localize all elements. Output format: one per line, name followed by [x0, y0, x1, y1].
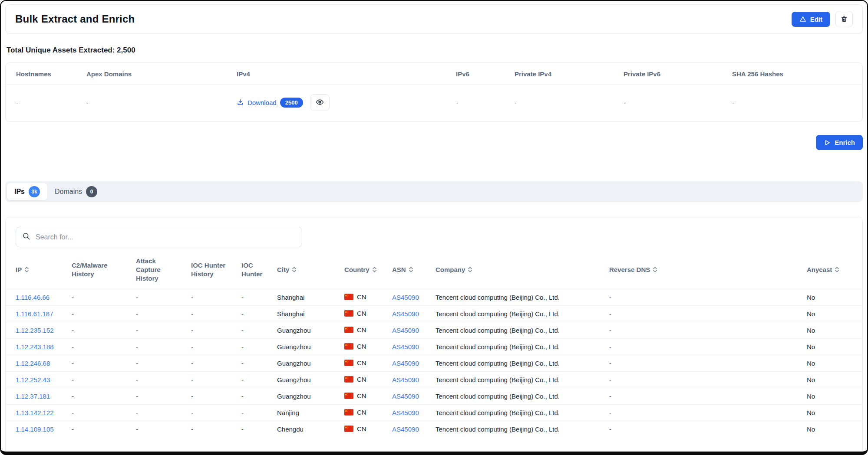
column-header-ipv4: IPv4	[237, 63, 456, 85]
anycast-cell: No	[807, 338, 862, 355]
column-header-asn[interactable]: ASN	[392, 250, 436, 289]
cn-flag-icon	[344, 327, 353, 333]
asn-link[interactable]: AS45090	[392, 327, 419, 334]
country-cell: CN	[344, 392, 366, 399]
asn-link[interactable]: AS45090	[392, 426, 419, 433]
asn-link[interactable]: AS45090	[392, 409, 419, 416]
table-row: 1.12.246.68 - - - - Guangzhou CN AS45090…	[6, 355, 862, 371]
country-code: CN	[357, 425, 366, 432]
ip-link[interactable]: 1.12.37.181	[16, 393, 50, 400]
asn-link[interactable]: AS45090	[392, 360, 419, 367]
asn-link[interactable]: AS45090	[392, 294, 419, 301]
cn-flag-icon	[344, 376, 353, 383]
ioc-hunter-history-cell: -	[191, 388, 241, 404]
reverse-dns-cell: -	[609, 355, 807, 371]
ipv6-value: -	[456, 85, 515, 122]
company-cell: Tencent cloud computing (Beijing) Co., L…	[436, 305, 609, 322]
anycast-cell: No	[807, 305, 862, 322]
ioc-hunter-history-cell: -	[191, 322, 241, 338]
ip-results-card: IPC2/Malware HistoryAttack Capture Histo…	[5, 217, 863, 455]
tab-domains[interactable]: Domains 0	[47, 183, 105, 200]
ioc-hunter-cell: -	[241, 322, 277, 338]
reverse-dns-cell: -	[609, 371, 807, 388]
asset-summary-header-row: Hostnames Apex Domains IPv4 IPv6 Private…	[6, 63, 862, 85]
attack-capture-history-cell: -	[136, 421, 191, 437]
anycast-cell: No	[807, 421, 862, 437]
city-cell: Nanjing	[277, 404, 344, 421]
download-ipv4-button[interactable]: Download 2500	[237, 98, 303, 108]
tab-ips[interactable]: IPs 3k	[7, 183, 47, 200]
tab-domains-label: Domains	[55, 188, 82, 196]
column-header-ip[interactable]: IP	[6, 250, 72, 289]
ioc-hunter-history-cell: -	[191, 355, 241, 371]
column-header-ioc-hunter-history: IOC Hunter History	[191, 250, 241, 289]
ioc-hunter-history-cell: -	[191, 404, 241, 421]
c2-malware-history-cell: -	[72, 421, 136, 437]
ioc-hunter-cell: -	[241, 404, 277, 421]
asn-link[interactable]: AS45090	[392, 393, 419, 400]
city-cell: Guangzhou	[277, 322, 344, 338]
ioc-hunter-cell: -	[241, 289, 277, 305]
attack-capture-history-cell: -	[136, 355, 191, 371]
enrich-button[interactable]: Enrich	[816, 135, 863, 150]
c2-malware-history-cell: -	[72, 355, 136, 371]
column-header-private-ipv6: Private IPv6	[624, 63, 732, 85]
table-row: 1.116.61.187 - - - - Shanghai CN AS45090…	[6, 305, 862, 322]
ip-link[interactable]: 1.12.246.68	[16, 360, 50, 367]
page-header: Bulk Extract and Enrich Edit	[5, 4, 863, 34]
column-header-ipv6: IPv6	[456, 63, 515, 85]
reverse-dns-cell: -	[609, 305, 807, 322]
table-row: 1.12.243.188 - - - - Guangzhou CN AS4509…	[6, 338, 862, 355]
column-header-country[interactable]: Country	[344, 250, 392, 289]
c2-malware-history-cell: -	[72, 404, 136, 421]
column-header-company[interactable]: Company	[436, 250, 609, 289]
ip-link[interactable]: 1.116.46.66	[16, 294, 50, 301]
table-row: 1.12.37.181 - - - - Guangzhou CN AS45090…	[6, 388, 862, 404]
cn-flag-icon	[344, 426, 353, 432]
attack-capture-history-cell: -	[136, 388, 191, 404]
triangle-icon	[799, 16, 806, 23]
attack-capture-history-cell: -	[136, 371, 191, 388]
column-header-apex-domains: Apex Domains	[86, 63, 237, 85]
ip-link[interactable]: 1.14.109.105	[16, 426, 54, 433]
column-header-reverse-dns[interactable]: Reverse DNS	[609, 250, 807, 289]
c2-malware-history-cell: -	[72, 388, 136, 404]
column-header-city[interactable]: City	[277, 250, 344, 289]
reverse-dns-cell: -	[609, 404, 807, 421]
private-ipv6-value: -	[624, 85, 732, 122]
column-header-attack-capture-history: Attack Capture History	[136, 250, 191, 289]
attack-capture-history-cell: -	[136, 289, 191, 305]
asn-link[interactable]: AS45090	[392, 376, 419, 383]
ioc-hunter-cell: -	[241, 338, 277, 355]
ip-link[interactable]: 1.12.252.43	[16, 376, 50, 383]
search-input[interactable]	[36, 233, 296, 241]
delete-button[interactable]	[835, 11, 853, 27]
ioc-hunter-cell: -	[241, 388, 277, 404]
country-code: CN	[357, 310, 366, 317]
total-assets-label: Total Unique Assets Extracted: 2,500	[7, 46, 863, 55]
tab-domains-count-badge: 0	[86, 186, 97, 197]
enrich-button-label: Enrich	[835, 139, 855, 146]
asn-link[interactable]: AS45090	[392, 343, 419, 350]
company-cell: Tencent cloud computing (Beijing) Co., L…	[436, 338, 609, 355]
city-cell: Guangzhou	[277, 388, 344, 404]
table-row: 1.14.109.105 - - - - Chengdu CN AS45090 …	[6, 421, 862, 437]
column-header-anycast[interactable]: Anycast	[807, 250, 862, 289]
table-row: 1.116.46.66 - - - - Shanghai CN AS45090 …	[6, 289, 862, 305]
ip-link[interactable]: 1.12.235.152	[16, 327, 54, 334]
eye-icon	[316, 98, 324, 108]
edit-button[interactable]: Edit	[792, 12, 830, 27]
enrich-row: Enrich	[5, 135, 863, 150]
ip-link[interactable]: 1.12.243.188	[16, 343, 54, 350]
ioc-hunter-cell: -	[241, 371, 277, 388]
c2-malware-history-cell: -	[72, 305, 136, 322]
ipv4-cell: Download 2500	[237, 94, 452, 111]
anycast-cell: No	[807, 388, 862, 404]
ip-link[interactable]: 1.13.142.122	[16, 409, 54, 416]
search-box[interactable]	[16, 227, 302, 247]
c2-malware-history-cell: -	[72, 322, 136, 338]
ip-link[interactable]: 1.116.61.187	[16, 310, 53, 318]
preview-ipv4-button[interactable]	[310, 94, 330, 111]
ioc-hunter-history-cell: -	[191, 289, 241, 305]
asn-link[interactable]: AS45090	[392, 310, 419, 318]
